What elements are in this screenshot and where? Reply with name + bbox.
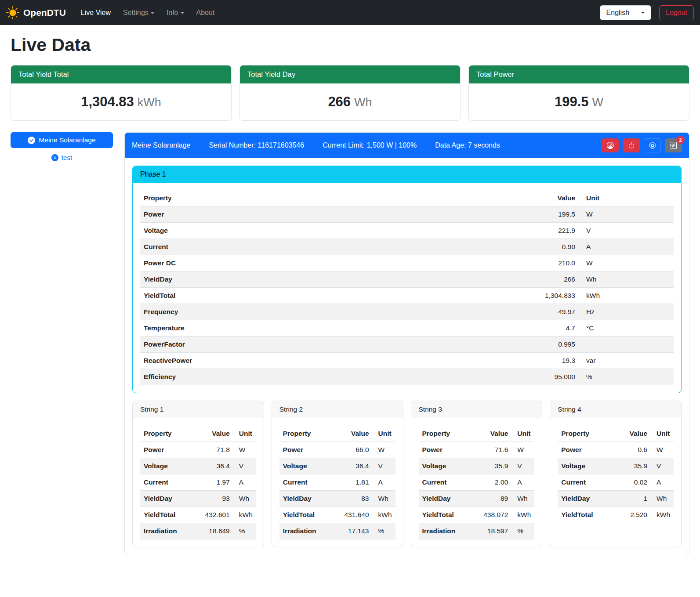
cpu-icon (649, 142, 656, 149)
strings-grid: String 1 Property Value Unit (132, 401, 682, 547)
value-cell: 1.81 (331, 474, 372, 491)
speedometer-icon (607, 142, 614, 149)
string-2-body: Property Value Unit Power66.0WVoltage36.… (272, 418, 403, 547)
property-cell: Voltage (419, 458, 471, 474)
power-button[interactable] (623, 138, 640, 152)
property-cell: Voltage (140, 223, 403, 239)
table-row: YieldDay1Wh (558, 491, 674, 507)
value-cell: 210.0 (403, 255, 579, 271)
unit-cell: V (233, 458, 256, 474)
limit-settings-button[interactable] (602, 138, 619, 152)
value-cell: 35.9 (614, 458, 651, 474)
unit-cell: W (579, 206, 674, 223)
total-yield-total-unit: kWh (138, 96, 161, 109)
string-2-table: Property Value Unit Power66.0WVoltage36.… (279, 426, 395, 539)
phase-1-table: Property Value Unit Power199.5WVoltage22… (140, 190, 674, 385)
phase-1-body: Property Value Unit Power199.5WVoltage22… (133, 183, 681, 393)
table-row: Voltage35.9V (419, 458, 535, 474)
unit-cell: V (651, 458, 674, 474)
inverter-panel-body: Phase 1 Property Value Unit Power199.5WV… (125, 158, 689, 555)
unit-cell: kWh (511, 507, 534, 523)
event-log-button[interactable]: 2 (665, 138, 682, 152)
value-cell: 83 (331, 491, 372, 507)
table-row: Voltage36.4V (279, 458, 395, 474)
string-1-table: Property Value Unit Power71.8WVoltage36.… (140, 426, 256, 539)
table-row: YieldDay83Wh (279, 491, 395, 507)
string-4-body: Property Value Unit Power0.6WVoltage35.9… (550, 418, 681, 547)
inverter-actions: 2 (602, 138, 682, 152)
brand[interactable]: OpenDTU (6, 6, 66, 19)
card-body: 1,304.83kWh (11, 83, 231, 120)
value-cell: 89 (471, 491, 511, 507)
language-value: English (606, 9, 629, 17)
column-unit: Unit (233, 426, 256, 442)
x-circle-icon (51, 154, 58, 161)
navbar-right: English Logout (600, 5, 694, 20)
card-body: 266Wh (240, 83, 460, 120)
nav-item-about[interactable]: About (191, 5, 220, 20)
nav-item-live-view[interactable]: Live View (76, 5, 116, 20)
column-property: Property (279, 426, 332, 442)
table-row: ReactivePower19.3var (140, 353, 674, 369)
table-row: Efficiency95.000% (140, 369, 674, 385)
table-row: Power66.0W (279, 442, 395, 458)
device-info-button[interactable] (644, 138, 661, 152)
total-yield-day-value: 266 (328, 94, 351, 109)
property-cell: Current (279, 474, 332, 491)
unit-cell: var (579, 353, 674, 369)
table-header-row: Property Value Unit (419, 426, 535, 442)
value-cell: 71.8 (192, 442, 233, 458)
string-2-title: String 2 (272, 401, 403, 418)
total-yield-day-card: Total Yield Day 266Wh (239, 65, 461, 121)
brand-label: OpenDTU (23, 7, 66, 18)
unit-cell: kWh (373, 507, 395, 523)
value-cell: 93 (192, 491, 233, 507)
table-row: Power71.8W (140, 442, 256, 458)
nav-item-info[interactable]: Info (161, 5, 189, 20)
value-cell: 1,304.833 (403, 288, 579, 304)
string-3-card: String 3 Property Value Unit (411, 401, 543, 547)
unit-cell: Hz (579, 304, 674, 320)
table-row: YieldTotal1,304.833kWh (140, 288, 674, 304)
table-row: Current0.90A (140, 239, 674, 255)
table-row: Power0.6W (558, 442, 674, 458)
phase-1-card: Phase 1 Property Value Unit Power199.5WV… (132, 166, 682, 393)
sidebar-item-meine-solaranlage[interactable]: Meine Solaranlage (11, 132, 113, 148)
value-cell: 1 (614, 491, 651, 507)
logout-button[interactable]: Logout (659, 5, 694, 20)
table-row: YieldDay89Wh (419, 491, 535, 507)
table-row: Current2.00A (419, 474, 535, 491)
property-cell: Power (419, 442, 471, 458)
property-cell: YieldDay (140, 271, 403, 288)
main-row: Meine Solaranlage test Meine Solaranlage… (11, 132, 689, 555)
total-yield-day-unit: Wh (354, 96, 372, 109)
property-cell: YieldDay (140, 491, 192, 507)
nav-item-settings[interactable]: Settings (118, 5, 160, 20)
card-title: Total Power (469, 65, 689, 83)
sidebar-item-test[interactable]: test (11, 154, 113, 161)
inverter-serial: Serial Number: 116171603546 (209, 141, 304, 149)
inverter-limit: Current Limit: 1,500 W | 100% (323, 141, 417, 149)
event-count-badge: 2 (676, 136, 685, 144)
unit-cell: Wh (579, 271, 674, 288)
value-cell: 0.02 (614, 474, 651, 491)
unit-cell: A (233, 474, 256, 491)
property-cell: Voltage (558, 458, 614, 474)
string-3-table: Property Value Unit Power71.6WVoltage35.… (419, 426, 535, 539)
table-row: Voltage35.9V (558, 458, 674, 474)
column-unit: Unit (511, 426, 534, 442)
string-1-title: String 1 (133, 401, 264, 418)
inverter-panel-header: Meine Solaranlage Serial Number: 1161716… (125, 133, 689, 158)
language-select[interactable]: English (600, 5, 651, 20)
property-cell: Efficiency (140, 369, 403, 385)
unit-cell: W (511, 442, 534, 458)
table-row: Temperature4.7°C (140, 320, 674, 336)
column-unit: Unit (579, 190, 674, 206)
table-row: YieldTotal438.072kWh (419, 507, 535, 523)
property-cell: Power (279, 442, 332, 458)
table-row: Current0.02A (558, 474, 674, 491)
unit-cell: % (579, 369, 674, 385)
unit-cell: V (511, 458, 534, 474)
property-cell: YieldDay (279, 491, 332, 507)
unit-cell: V (579, 223, 674, 239)
